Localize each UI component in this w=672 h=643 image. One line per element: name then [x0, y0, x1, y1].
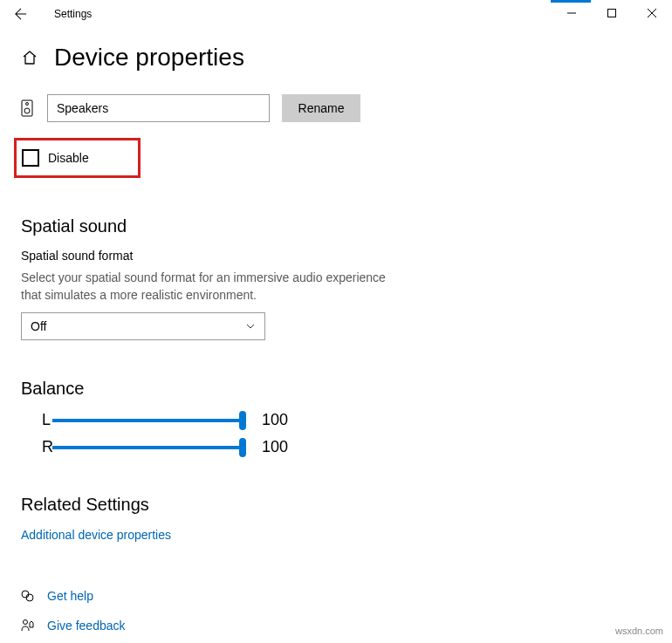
spatial-format-dropdown[interactable]: Off	[21, 312, 265, 340]
balance-left-row: L 100	[21, 411, 651, 429]
balance-left-label: L	[21, 411, 52, 429]
window-controls	[552, 0, 672, 26]
svg-point-6	[24, 620, 28, 625]
content-area: Rename Disable Spatial sound Spatial sou…	[0, 72, 672, 543]
disable-label: Disable	[48, 151, 89, 165]
page-header: Device properties	[0, 28, 672, 72]
balance-right-row: R 100	[21, 438, 651, 456]
close-button[interactable]	[632, 0, 672, 26]
slider-thumb[interactable]	[239, 438, 246, 457]
balance-right-value: 100	[262, 438, 288, 456]
svg-point-2	[26, 103, 29, 106]
minimize-button[interactable]	[552, 0, 592, 26]
svg-point-5	[26, 594, 33, 601]
get-help-link[interactable]: Get help	[47, 589, 93, 603]
give-feedback-link[interactable]: Give feedback	[47, 619, 126, 633]
app-title: Settings	[54, 8, 92, 20]
back-arrow-icon	[15, 8, 27, 20]
speaker-icon	[21, 99, 35, 117]
chevron-down-icon	[245, 321, 256, 332]
home-icon	[21, 49, 38, 66]
get-help-row: Get help	[21, 589, 126, 603]
device-name-input[interactable]	[47, 94, 270, 122]
additional-properties-link[interactable]: Additional device properties	[21, 528, 171, 542]
help-icon	[21, 589, 35, 603]
spatial-description: Select your spatial sound format for an …	[21, 270, 405, 304]
close-icon	[648, 9, 656, 17]
minimize-icon	[567, 9, 576, 17]
rename-button[interactable]: Rename	[282, 94, 360, 122]
disable-highlight: Disable	[14, 138, 141, 178]
balance-heading: Balance	[21, 379, 651, 399]
watermark: wsxdn.com	[615, 626, 663, 636]
device-name-row: Rename	[21, 94, 651, 122]
slider-thumb[interactable]	[239, 411, 246, 430]
balance-left-value: 100	[262, 411, 288, 429]
svg-point-3	[24, 108, 30, 113]
balance-right-label: R	[21, 438, 52, 456]
give-feedback-row: Give feedback	[21, 619, 126, 633]
maximize-icon	[607, 9, 616, 17]
balance-right-slider[interactable]	[52, 446, 243, 449]
home-button[interactable]	[21, 49, 38, 66]
svg-rect-0	[608, 10, 616, 17]
page-title: Device properties	[54, 44, 244, 72]
disable-checkbox[interactable]	[22, 149, 39, 167]
spatial-format-label: Spatial sound format	[21, 249, 651, 263]
maximize-button[interactable]	[592, 0, 632, 26]
dropdown-value: Off	[31, 319, 46, 333]
footer-links: Get help Give feedback	[21, 573, 126, 633]
spatial-sound-heading: Spatial sound	[21, 216, 651, 236]
balance-left-slider[interactable]	[52, 419, 243, 422]
related-settings-heading: Related Settings	[21, 495, 651, 515]
feedback-icon	[21, 619, 35, 633]
svg-point-4	[22, 591, 29, 598]
back-button[interactable]	[12, 5, 30, 23]
